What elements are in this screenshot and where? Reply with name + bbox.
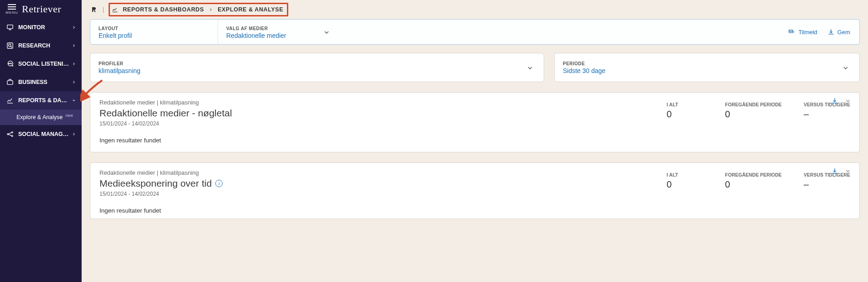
breadcrumb-reports[interactable]: REPORTS & DASHBOARDS bbox=[123, 6, 204, 13]
chevron-down-icon bbox=[71, 98, 77, 103]
svg-point-2 bbox=[9, 44, 11, 47]
period-select[interactable]: PERIODE Sidste 30 dage bbox=[554, 53, 860, 82]
chevron-right-icon bbox=[208, 7, 213, 12]
sidebar-item-research[interactable]: RESEARCH bbox=[0, 37, 82, 55]
chevron-down-icon[interactable] bbox=[845, 98, 851, 104]
stat-prev: FOREGÅENDE PERIODE 0 bbox=[725, 102, 782, 120]
sidebar-item-monitor[interactable]: MONITOR bbox=[0, 18, 82, 37]
briefcase-icon bbox=[5, 78, 15, 86]
layout-select[interactable]: LAYOUT Enkelt profil bbox=[90, 20, 218, 44]
sidebar: MENU Retriever MONITOR RESEARCH bbox=[0, 0, 82, 282]
stat-total: I ALT 0 bbox=[667, 102, 703, 120]
svg-rect-10 bbox=[789, 30, 793, 33]
svg-rect-0 bbox=[7, 25, 13, 29]
svg-point-8 bbox=[11, 132, 13, 133]
chevron-right-icon bbox=[71, 43, 77, 48]
chevron-down-icon bbox=[842, 64, 849, 72]
card-title: Redaktionelle medier - nøgletal bbox=[99, 108, 232, 119]
chevron-right-icon bbox=[71, 25, 77, 30]
svg-point-5 bbox=[11, 63, 11, 64]
svg-rect-1 bbox=[7, 43, 13, 48]
subscribe-button[interactable]: Tilmeld bbox=[787, 29, 817, 36]
info-icon[interactable]: i bbox=[215, 180, 223, 187]
menu-label: MENU bbox=[5, 10, 18, 15]
chevron-down-icon[interactable] bbox=[845, 168, 851, 174]
main: | REPORTS & DASHBOARDS EXPLORE & ANALYSE… bbox=[82, 0, 868, 282]
sidebar-item-business[interactable]: BUSINESS bbox=[0, 73, 82, 91]
hamburger-icon bbox=[8, 4, 16, 10]
chevron-down-icon bbox=[526, 64, 534, 72]
mail-arrow-icon bbox=[787, 29, 795, 35]
chart-line-icon bbox=[5, 97, 15, 104]
sidebar-nav: MONITOR RESEARCH SOCIAL LISTENING bbox=[0, 18, 82, 143]
card-meta: Redaktionelle medier | klimatilpasning bbox=[99, 99, 232, 106]
sidebar-item-social-listening[interactable]: SOCIAL LISTENING bbox=[0, 55, 82, 73]
download-icon bbox=[827, 28, 835, 36]
svg-point-7 bbox=[7, 134, 9, 135]
breadcrumb-highlight: REPORTS & DASHBOARDS EXPLORE & ANALYSE bbox=[109, 3, 288, 16]
svg-point-3 bbox=[9, 63, 9, 64]
card-body: Ingen resultater fundet bbox=[99, 137, 850, 144]
svg-point-9 bbox=[11, 136, 13, 137]
profile-select[interactable]: PROFILER klimatilpasning bbox=[90, 53, 544, 82]
svg-point-4 bbox=[10, 63, 10, 64]
media-select[interactable]: VALG AF MEDIER Redaktionelle medier bbox=[218, 20, 337, 44]
chevron-right-icon bbox=[71, 62, 77, 66]
monitor-icon bbox=[5, 24, 15, 31]
chevron-right-icon bbox=[71, 80, 77, 84]
chart-line-icon bbox=[112, 6, 118, 13]
layout-filter-bar: LAYOUT Enkelt profil VALG AF MEDIER Reda… bbox=[90, 19, 860, 45]
download-icon[interactable] bbox=[831, 97, 838, 104]
svg-rect-6 bbox=[7, 81, 13, 85]
new-badge: new bbox=[65, 113, 73, 118]
breadcrumb: | REPORTS & DASHBOARDS EXPLORE & ANALYSE bbox=[90, 0, 860, 17]
card-body: Ingen resultater fundet bbox=[99, 207, 850, 214]
menu-button[interactable]: MENU bbox=[2, 0, 22, 18]
stat-total: I ALT 0 bbox=[667, 172, 703, 190]
sidebar-sub-explore[interactable]: Explore & Analyse new bbox=[0, 110, 82, 125]
stat-prev: FOREGÅENDE PERIODE 0 bbox=[725, 172, 782, 190]
secondary-filters: PROFILER klimatilpasning PERIODE Sidste … bbox=[90, 53, 860, 82]
brand-row: MENU Retriever bbox=[0, 0, 82, 18]
breadcrumb-explore[interactable]: EXPLORE & ANALYSE bbox=[218, 6, 283, 13]
card-dates: 15/01/2024 - 14/02/2024 bbox=[99, 120, 232, 127]
sidebar-item-reports[interactable]: REPORTS & DASHBO… bbox=[0, 91, 82, 110]
sidebar-item-social-management[interactable]: SOCIAL MANAGEME… bbox=[0, 125, 82, 143]
card-title: Medieeksponering over tid i bbox=[99, 178, 223, 189]
retriever-mark-icon bbox=[91, 5, 98, 14]
chevron-right-icon bbox=[71, 132, 77, 136]
card-exposure: Redaktionelle medier | klimatilpasning M… bbox=[90, 162, 860, 219]
card-keyfigures: Redaktionelle medier | klimatilpasning R… bbox=[90, 92, 860, 152]
network-icon bbox=[5, 131, 15, 138]
card-meta: Redaktionelle medier | klimatilpasning bbox=[99, 169, 223, 176]
save-button[interactable]: Gem bbox=[827, 28, 850, 36]
card-dates: 15/01/2024 - 14/02/2024 bbox=[99, 191, 223, 197]
research-icon bbox=[5, 42, 15, 49]
download-icon[interactable] bbox=[831, 167, 838, 175]
chevron-down-icon bbox=[323, 29, 330, 36]
chat-icon bbox=[5, 60, 15, 68]
brand-logo: Retriever bbox=[22, 3, 61, 15]
